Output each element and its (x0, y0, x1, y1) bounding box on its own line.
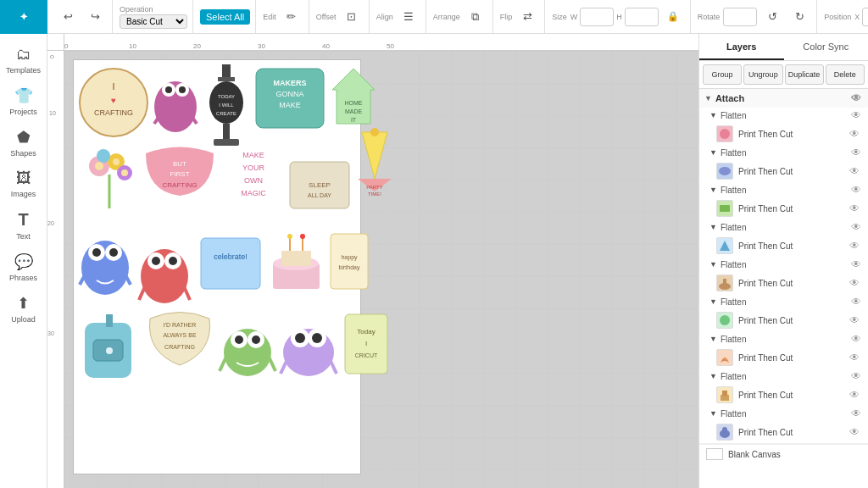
layer-6-eye[interactable]: 👁 (848, 314, 861, 326)
layer-thumb-1 (716, 125, 733, 142)
edit-button[interactable]: ✏ (280, 5, 303, 29)
layer-item-9[interactable]: Print Then Cut 👁 (699, 421, 868, 443)
flatten-1-eye[interactable]: 👁 (849, 109, 863, 121)
layer-8-eye[interactable]: 👁 (848, 389, 861, 401)
new-button[interactable]: ✦ (0, 0, 47, 34)
flatten-6-eye[interactable]: 👁 (849, 296, 863, 308)
offset-button[interactable]: ⊡ (340, 5, 364, 29)
svg-text:OWN: OWN (244, 176, 263, 185)
svg-line-93 (281, 359, 287, 374)
rotate-left-button[interactable]: ↺ (760, 5, 784, 29)
layer-item-8[interactable]: Print Then Cut 👁 (699, 384, 868, 406)
canvas-content[interactable]: I ♥ CRAFTING (64, 51, 698, 488)
tab-layers[interactable]: Layers (699, 34, 784, 60)
sidebar-item-templates[interactable]: 🗂 Templates (3, 41, 44, 80)
sidebar-item-projects[interactable]: 👕 Projects (3, 81, 44, 121)
ungroup-button[interactable]: Ungroup (743, 64, 782, 85)
rotate-right-button[interactable]: ↻ (787, 5, 811, 29)
flatten-7-header[interactable]: ▼ Flatten 👁 (699, 331, 868, 347)
svg-rect-105 (721, 395, 729, 401)
arrange-button[interactable]: ⧉ (464, 5, 487, 29)
sidebar-item-images[interactable]: 🖼 Images (3, 164, 44, 203)
layer-item-1[interactable]: Print Then Cut 👁 (699, 123, 868, 145)
flatten-3-eye[interactable]: 👁 (849, 184, 863, 196)
blank-canvas-label: Blank Canvas (728, 450, 781, 459)
layer-thumb-7 (716, 349, 733, 366)
flatten-7-eye[interactable]: 👁 (849, 333, 863, 345)
flip-button[interactable]: ⇄ (515, 5, 539, 29)
flatten-4-header[interactable]: ▼ Flatten 👁 (699, 219, 868, 235)
svg-point-85 (252, 336, 260, 344)
operation-select[interactable]: Basic Cut (120, 14, 187, 29)
layer-1-eye[interactable]: 👁 (848, 128, 861, 140)
flatten-2-eye[interactable]: 👁 (849, 147, 863, 158)
flatten-9-eye[interactable]: 👁 (849, 408, 863, 419)
duplicate-button[interactable]: Duplicate (785, 64, 824, 85)
flatten-1-header[interactable]: ▼ Flatten 👁 (699, 108, 868, 123)
flatten-2-arrow: ▼ (709, 148, 717, 157)
align-button[interactable]: ☰ (397, 5, 420, 29)
layer-item-7[interactable]: Print Then Cut 👁 (699, 347, 868, 369)
flatten-8-eye[interactable]: 👁 (849, 370, 863, 382)
flatten-5-eye[interactable]: 👁 (849, 258, 863, 270)
svg-point-100 (719, 167, 731, 175)
svg-text:CREATE: CREATE (216, 111, 236, 116)
size-label: Size (552, 13, 567, 21)
layer-item-3[interactable]: Print Then Cut 👁 (699, 197, 868, 219)
sticker-blue-monster (78, 225, 133, 302)
sidebar-item-phrases[interactable]: 💬 Phrases (3, 247, 44, 287)
group-button[interactable]: Group (703, 64, 742, 85)
svg-point-77 (106, 347, 113, 354)
flatten-5-header[interactable]: ▼ Flatten 👁 (699, 257, 868, 272)
attach-group-header[interactable]: ▼ Attach 👁 (699, 89, 868, 108)
sidebar-item-text[interactable]: T Text (3, 205, 44, 246)
tab-color-sync[interactable]: Color Sync (784, 34, 869, 60)
svg-point-48 (81, 241, 129, 295)
svg-text:ALWAYS BE: ALWAYS BE (163, 332, 196, 338)
flatten-7-label: Flatten (721, 335, 747, 344)
svg-text:I: I (112, 81, 114, 92)
attach-eye-icon[interactable]: 👁 (849, 92, 863, 104)
select-all-section: Select All (195, 0, 256, 33)
layer-item-5[interactable]: Print Then Cut 👁 (699, 272, 868, 294)
shapes-icon: ⬟ (17, 128, 31, 147)
layer-9-eye[interactable]: 👁 (848, 426, 861, 438)
flatten-6-label: Flatten (721, 297, 747, 307)
height-input[interactable] (625, 8, 659, 26)
flatten-4-eye[interactable]: 👁 (849, 221, 863, 233)
layer-7-eye[interactable]: 👁 (848, 352, 861, 363)
flatten-8-header[interactable]: ▼ Flatten 👁 (699, 369, 868, 384)
delete-button[interactable]: Delete (826, 64, 865, 85)
svg-rect-103 (723, 279, 726, 286)
layer-5-eye[interactable]: 👁 (848, 277, 861, 289)
flatten-6-header[interactable]: ▼ Flatten 👁 (699, 294, 868, 309)
sticker-green-monster (218, 310, 277, 378)
blank-canvas-item[interactable]: Blank Canvas (699, 444, 868, 463)
flatten-9-header[interactable]: ▼ Flatten 👁 (699, 406, 868, 421)
width-input[interactable] (580, 8, 614, 26)
rotate-section: Rotate ↺ ↻ (693, 0, 818, 33)
layer-2-eye[interactable]: 👁 (848, 165, 861, 177)
layer-4-eye[interactable]: 👁 (848, 240, 861, 252)
sidebar-item-shapes[interactable]: ⬟ Shapes (3, 123, 44, 163)
layer-item-2[interactable]: Print Then Cut 👁 (699, 160, 868, 182)
sidebar-item-upload[interactable]: ⬆ Upload (3, 289, 44, 329)
flip-label: Flip (500, 13, 513, 21)
layer-3-eye[interactable]: 👁 (848, 202, 861, 214)
panel-tabs: Layers Color Sync (699, 34, 868, 61)
flatten-3-header[interactable]: ▼ Flatten 👁 (699, 182, 868, 197)
lock-aspect-button[interactable]: 🔒 (661, 5, 685, 29)
select-all-button[interactable]: Select All (200, 9, 250, 25)
undo-button[interactable]: ↩ (56, 5, 80, 29)
flatten-2-header[interactable]: ▼ Flatten 👁 (699, 145, 868, 160)
ruler-tick-40: 40 (322, 42, 330, 50)
svg-rect-106 (722, 391, 727, 396)
layer-item-6[interactable]: Print Then Cut 👁 (699, 309, 868, 331)
attach-arrow: ▼ (704, 94, 712, 103)
sticker-purple-monster (150, 64, 201, 141)
redo-button[interactable]: ↪ (83, 5, 107, 29)
rotate-input[interactable] (723, 8, 757, 26)
x-input[interactable] (862, 8, 868, 26)
svg-text:CRAFTING: CRAFTING (164, 344, 195, 350)
layer-item-4[interactable]: Print Then Cut 👁 (699, 235, 868, 257)
